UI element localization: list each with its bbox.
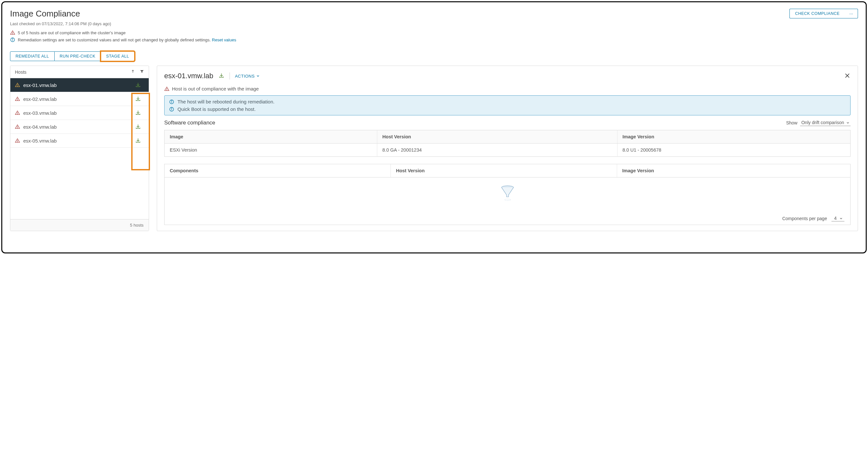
host-name: esx-03.vmw.lab: [23, 110, 129, 116]
run-precheck-button[interactable]: RUN PRE-CHECK: [55, 52, 101, 61]
warning-icon: [15, 110, 20, 115]
svg-point-18: [17, 142, 18, 142]
software-compliance-title: Software compliance: [164, 120, 215, 126]
host-name: esx-01.vmw.lab: [23, 83, 129, 88]
stage-all-button[interactable]: STAGE ALL: [101, 52, 134, 61]
more-actions-button[interactable]: ···: [845, 9, 858, 19]
sort-icon[interactable]: [131, 69, 135, 75]
host-row[interactable]: esx-03.vmw.lab: [10, 106, 149, 120]
td-image-version: 8.0 U1 - 20005678: [617, 144, 850, 157]
svg-point-12: [17, 114, 18, 114]
warning-icon: [15, 124, 20, 129]
table-row: ESXi Version 8.0 GA - 20001234 8.0 U1 - …: [164, 144, 850, 157]
warning-icon: [10, 30, 15, 35]
svg-point-30: [171, 108, 172, 108]
funnel-icon: [500, 184, 515, 204]
svg-point-32: [504, 199, 510, 201]
svg-point-15: [17, 128, 18, 128]
stage-icon[interactable]: [219, 73, 224, 80]
td-host-version: 8.0 GA - 20001234: [377, 144, 617, 157]
svg-point-4: [12, 38, 12, 39]
reset-values-link[interactable]: Reset values: [212, 37, 236, 42]
show-dropdown[interactable]: Only drift comparison: [800, 119, 850, 126]
host-row[interactable]: esx-02.vmw.lab: [10, 92, 149, 106]
th-host-version: Host Version: [391, 164, 617, 177]
host-name: esx-04.vmw.lab: [23, 124, 129, 130]
compliance-warning-text: 5 of 5 hosts are out of compliance with …: [18, 30, 125, 35]
last-checked-text: Last checked on 07/13/2022, 7:14:06 PM (…: [10, 21, 236, 26]
svg-point-9: [17, 100, 18, 100]
show-label: Show: [786, 120, 798, 125]
per-page-label: Components per page: [782, 216, 827, 221]
hosts-footer: 5 hosts: [10, 219, 149, 231]
svg-point-24: [166, 90, 167, 90]
td-image: ESXi Version: [164, 144, 377, 157]
close-icon[interactable]: [844, 72, 850, 80]
actions-dropdown[interactable]: ACTIONS: [235, 74, 260, 79]
host-name: esx-02.vmw.lab: [23, 96, 129, 102]
th-image: Image: [164, 130, 377, 144]
svg-point-6: [17, 86, 18, 86]
stage-icon[interactable]: [132, 124, 144, 130]
warning-icon: [15, 138, 20, 143]
host-row[interactable]: esx-01.vmw.lab: [10, 78, 149, 92]
per-page-dropdown[interactable]: 4: [832, 215, 844, 221]
info-icon: [169, 99, 174, 104]
components-section: Components Host Version Image Version Co…: [164, 164, 850, 225]
host-detail-panel: esx-01.vmw.lab ACTIONS Host is out of co…: [157, 66, 858, 231]
stage-icon[interactable]: [132, 96, 144, 102]
host-row[interactable]: esx-04.vmw.lab: [10, 120, 149, 134]
warning-icon: [164, 86, 169, 91]
remediate-all-button[interactable]: REMEDIATE ALL: [10, 52, 55, 61]
callout-text-1: The host will be rebooted during remedia…: [178, 99, 275, 104]
svg-point-27: [171, 100, 172, 101]
th-host-version: Host Version: [377, 130, 617, 144]
info-callout: The host will be rebooted during remedia…: [164, 95, 850, 115]
image-compliance-table: Image Host Version Image Version ESXi Ve…: [164, 130, 850, 157]
hosts-header-label: Hosts: [15, 69, 27, 75]
check-compliance-button[interactable]: CHECK COMPLIANCE: [789, 9, 845, 19]
host-name: esx-05.vmw.lab: [23, 138, 129, 144]
host-noncompliant-text: Host is out of compliance with the image: [172, 86, 259, 91]
divider: [229, 72, 230, 80]
host-detail-title: esx-01.vmw.lab: [164, 72, 213, 80]
th-image-version: Image Version: [617, 130, 850, 144]
info-icon: [10, 37, 15, 42]
remediation-settings-text: Remediation settings are set to customiz…: [18, 37, 212, 42]
stage-icon[interactable]: [132, 82, 144, 88]
hosts-panel: Hosts esx-01.vmw.lab: [10, 66, 149, 231]
warning-icon: [15, 83, 20, 88]
warning-icon: [15, 96, 20, 101]
page-title: Image Compliance: [10, 9, 236, 19]
th-image-version: Image Version: [617, 164, 850, 177]
stage-icon[interactable]: [132, 138, 144, 144]
filter-icon[interactable]: [140, 69, 144, 75]
info-icon: [169, 107, 174, 112]
host-row[interactable]: esx-05.vmw.lab: [10, 134, 149, 148]
svg-point-1: [12, 34, 12, 34]
stage-icon[interactable]: [132, 110, 144, 116]
th-components: Components: [164, 164, 391, 177]
callout-text-2: Quick Boot is supported on the host.: [178, 106, 256, 112]
